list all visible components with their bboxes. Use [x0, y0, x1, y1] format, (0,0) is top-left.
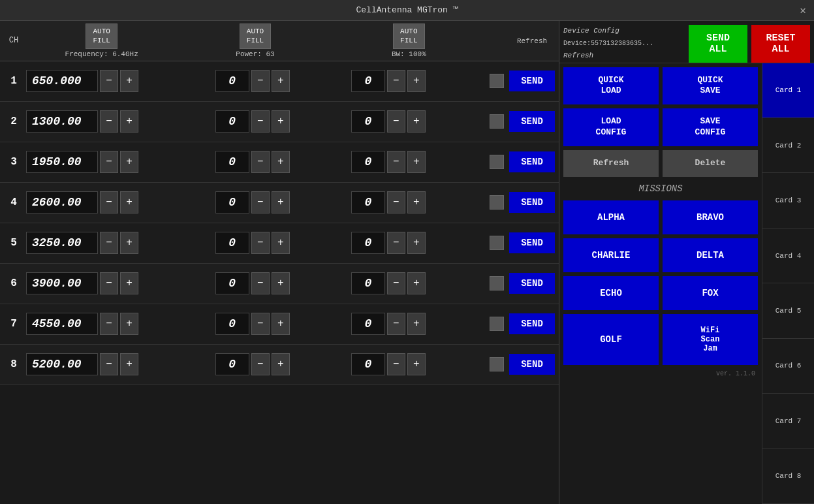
power-increment-button[interactable]: +	[272, 313, 290, 335]
mission-echo-button[interactable]: ECHO	[563, 276, 659, 310]
auto-fill-freq-button[interactable]: AUTOFILL	[86, 24, 117, 49]
power-decrement-button[interactable]: −	[251, 110, 270, 133]
table-row: 7 4550.00 − + 0 − + 0 − + SEND	[0, 304, 559, 345]
delete-button[interactable]: Delete	[663, 150, 758, 177]
mission-delta-button[interactable]: DELTA	[663, 238, 758, 272]
power-decrement-button[interactable]: −	[251, 353, 270, 375]
mission-wifi-scan-jam-button[interactable]: WiFiScanJam	[663, 314, 758, 365]
freq-increment-button[interactable]: +	[120, 110, 138, 133]
mission-golf-button[interactable]: GOLF	[563, 314, 659, 365]
row-checkbox[interactable]	[490, 74, 504, 88]
power-group: 0 − +	[215, 313, 349, 335]
row-send-button[interactable]: SEND	[509, 232, 555, 253]
card-item-4[interactable]: Card 4	[762, 228, 814, 283]
mission-bravo-button[interactable]: BRAVO	[663, 200, 758, 234]
power-increment-button[interactable]: +	[272, 70, 290, 92]
bw-value: 0	[351, 232, 385, 254]
row-send-button[interactable]: SEND	[509, 313, 555, 334]
row-send-button[interactable]: SEND	[509, 273, 555, 294]
save-config-button[interactable]: SAVECONFIG	[663, 108, 758, 146]
card-item-6[interactable]: Card 6	[762, 339, 814, 394]
card-item-3[interactable]: Card 3	[762, 173, 814, 228]
auto-fill-power-button[interactable]: AUTOFILL	[240, 24, 271, 49]
bw-increment-button[interactable]: +	[407, 313, 426, 335]
freq-decrement-button[interactable]: −	[100, 232, 118, 254]
bw-increment-button[interactable]: +	[407, 191, 426, 213]
power-decrement-button[interactable]: −	[251, 313, 270, 335]
freq-increment-button[interactable]: +	[120, 272, 138, 294]
power-decrement-button[interactable]: −	[251, 232, 270, 254]
bw-decrement-button[interactable]: −	[387, 110, 405, 133]
row-checkbox[interactable]	[490, 114, 504, 129]
reset-all-button[interactable]: RESETALL	[751, 25, 810, 63]
mission-alpha-button[interactable]: ALPHA	[563, 200, 659, 234]
freq-decrement-button[interactable]: −	[100, 110, 118, 133]
card-item-7[interactable]: Card 7	[762, 394, 814, 449]
bw-decrement-button[interactable]: −	[387, 191, 405, 213]
mission-fox-button[interactable]: FOX	[663, 276, 758, 310]
row-send-button[interactable]: SEND	[509, 192, 555, 213]
row-send-button[interactable]: SEND	[509, 71, 555, 91]
freq-increment-button[interactable]: +	[120, 232, 138, 254]
quick-save-button[interactable]: QUICKSAVE	[663, 67, 758, 105]
power-increment-button[interactable]: +	[272, 110, 290, 133]
row-send-button[interactable]: SEND	[509, 151, 555, 172]
freq-decrement-button[interactable]: −	[100, 70, 118, 92]
power-increment-button[interactable]: +	[272, 191, 290, 213]
freq-increment-button[interactable]: +	[120, 191, 138, 213]
bw-decrement-button[interactable]: −	[387, 313, 405, 335]
freq-decrement-button[interactable]: −	[100, 353, 118, 375]
freq-increment-button[interactable]: +	[120, 70, 138, 92]
power-increment-button[interactable]: +	[272, 272, 290, 294]
power-increment-button[interactable]: +	[272, 232, 290, 254]
rows-area: 1 650.000 − + 0 − + 0 − + SEND 2 1300.00…	[0, 61, 559, 504]
bw-decrement-button[interactable]: −	[387, 353, 405, 375]
card-item-2[interactable]: Card 2	[762, 118, 814, 173]
row-send-button[interactable]: SEND	[509, 111, 555, 132]
bw-decrement-button[interactable]: −	[387, 232, 405, 254]
power-decrement-button[interactable]: −	[251, 70, 270, 92]
bw-decrement-button[interactable]: −	[387, 151, 405, 173]
freq-increment-button[interactable]: +	[120, 313, 138, 335]
auto-fill-bw-button[interactable]: AUTOFILL	[393, 24, 424, 49]
power-increment-button[interactable]: +	[272, 151, 290, 173]
row-number: 1	[4, 75, 23, 87]
row-checkbox[interactable]	[490, 357, 504, 371]
load-config-button[interactable]: LOADCONFIG	[563, 108, 659, 146]
bw-increment-button[interactable]: +	[407, 232, 426, 254]
bw-decrement-button[interactable]: −	[387, 272, 405, 294]
bw-increment-button[interactable]: +	[407, 110, 426, 133]
freq-increment-button[interactable]: +	[120, 151, 138, 173]
close-button[interactable]: ✕	[800, 4, 806, 17]
row-checkbox[interactable]	[490, 155, 504, 169]
bw-decrement-button[interactable]: −	[387, 70, 405, 92]
freq-decrement-button[interactable]: −	[100, 191, 118, 213]
power-decrement-button[interactable]: −	[251, 191, 270, 213]
power-decrement-button[interactable]: −	[251, 151, 270, 173]
refresh-button[interactable]: Refresh	[563, 150, 659, 177]
bw-increment-button[interactable]: +	[407, 272, 426, 294]
freq-decrement-button[interactable]: −	[100, 272, 118, 294]
freq-decrement-button[interactable]: −	[100, 151, 118, 173]
quick-load-button[interactable]: QUICKLOAD	[563, 67, 659, 105]
row-checkbox[interactable]	[490, 276, 504, 291]
freq-increment-button[interactable]: +	[120, 353, 138, 375]
power-value: 0	[215, 313, 249, 335]
power-increment-button[interactable]: +	[272, 353, 290, 375]
card-item-5[interactable]: Card 5	[762, 283, 814, 338]
row-send-button[interactable]: SEND	[509, 354, 555, 375]
power-decrement-button[interactable]: −	[251, 272, 270, 294]
mission-charlie-button[interactable]: CHARLIE	[563, 238, 659, 272]
card-item-1[interactable]: Card 1	[762, 63, 814, 118]
bw-group: 0 − +	[351, 353, 484, 375]
row-checkbox[interactable]	[490, 195, 504, 210]
row-checkbox[interactable]	[490, 236, 504, 250]
row-checkbox[interactable]	[490, 317, 504, 331]
bw-increment-button[interactable]: +	[407, 70, 426, 92]
freq-decrement-button[interactable]: −	[100, 313, 118, 335]
bw-increment-button[interactable]: +	[407, 151, 426, 173]
power-group: 0 − +	[215, 353, 349, 375]
bw-increment-button[interactable]: +	[407, 353, 426, 375]
card-item-8[interactable]: Card 8	[762, 449, 814, 504]
send-all-button[interactable]: SENDALL	[689, 25, 747, 63]
